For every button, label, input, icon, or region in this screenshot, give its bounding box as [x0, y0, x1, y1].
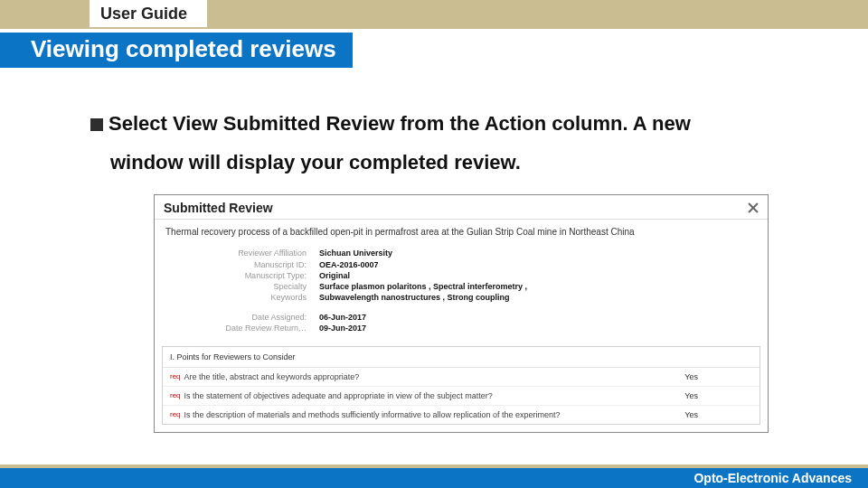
- required-icon: req: [170, 391, 181, 399]
- question-row: reqAre the title, abstract and keywords …: [163, 368, 760, 387]
- meta-row: Manuscript Type:Original: [165, 270, 757, 281]
- meta-value: Original: [319, 270, 350, 281]
- question-text: Is the description of materials and meth…: [184, 410, 561, 419]
- question-text: Are the title, abstract and keywords app…: [184, 372, 360, 381]
- paper-title: Thermal recovery process of a backfilled…: [155, 220, 768, 246]
- meta-value: 06-Jun-2017: [319, 312, 366, 323]
- meta-value: Surface plasmon polaritons , Spectral in…: [319, 281, 527, 292]
- question-row: reqIs the statement of objectives adequa…: [163, 387, 760, 406]
- top-bar: User Guide: [0, 0, 868, 29]
- questions-box: I. Points for Reviewers to Consider reqA…: [162, 346, 760, 425]
- meta-row: KeywordsSubwavelength nanostructures , S…: [165, 292, 757, 303]
- square-bullet-icon: [90, 118, 103, 131]
- instr-post: from the Action column. A new: [394, 112, 691, 135]
- meta-value: Subwavelength nanostructures , Strong co…: [319, 292, 510, 303]
- meta-row: Reviewer AffiliationSichuan University: [165, 248, 757, 258]
- meta-label: Specialty: [165, 281, 319, 292]
- meta-label: Manuscript Type:: [165, 270, 319, 281]
- content-body: Select View Submitted Review from the Ac…: [0, 68, 868, 433]
- meta-value: 09-Jun-2017: [319, 323, 366, 333]
- meta-row: Date Assigned:06-Jun-2017: [165, 312, 757, 323]
- meta-row: Manuscript ID:OEA-2016-0007: [165, 259, 757, 270]
- modal-header: Submitted Review: [155, 195, 768, 219]
- instruction-line-2: window will display your completed revie…: [110, 146, 805, 178]
- footer: Opto-Electronic Advances: [0, 465, 868, 488]
- required-icon: req: [170, 372, 181, 380]
- required-icon: req: [170, 410, 181, 418]
- footer-brand: Opto-Electronic Advances: [693, 471, 852, 485]
- page-heading-row: Viewing completed reviews: [0, 33, 868, 68]
- meta-block-1: Reviewer AffiliationSichuan University M…: [155, 246, 768, 310]
- meta-label: Date Review Return…: [165, 323, 319, 333]
- meta-block-2: Date Assigned:06-Jun-2017 Date Review Re…: [155, 310, 768, 341]
- instr-pre: Select: [108, 112, 173, 135]
- doc-section-title: User Guide: [90, 0, 207, 29]
- modal-title: Submitted Review: [164, 201, 273, 215]
- meta-label: Manuscript ID:: [165, 259, 319, 270]
- meta-row: Date Review Return…09-Jun-2017: [165, 323, 757, 333]
- question-row: reqIs the description of materials and m…: [163, 406, 760, 424]
- meta-label: Keywords: [165, 292, 319, 303]
- instruction-line-1: Select View Submitted Review from the Ac…: [90, 108, 805, 139]
- submitted-review-modal: Submitted Review Thermal recovery proces…: [154, 194, 769, 433]
- footer-bar: Opto-Electronic Advances: [0, 468, 868, 488]
- question-text: Is the statement of objectives adequate …: [184, 391, 493, 400]
- meta-row: SpecialtySurface plasmon polaritons , Sp…: [165, 281, 757, 292]
- top-accent-left: [0, 0, 90, 29]
- top-accent-right: [207, 0, 868, 29]
- answer-text: Yes: [684, 410, 752, 419]
- meta-label: Reviewer Affiliation: [165, 248, 319, 258]
- page-heading: Viewing completed reviews: [0, 33, 353, 68]
- questions-header: I. Points for Reviewers to Consider: [163, 347, 760, 368]
- close-icon[interactable]: [748, 202, 759, 213]
- answer-text: Yes: [684, 372, 752, 381]
- meta-label: Date Assigned:: [165, 312, 319, 323]
- instr-link: View Submitted Review: [173, 112, 394, 135]
- answer-text: Yes: [684, 391, 752, 400]
- meta-value: OEA-2016-0007: [319, 259, 379, 270]
- meta-value: Sichuan University: [319, 248, 392, 258]
